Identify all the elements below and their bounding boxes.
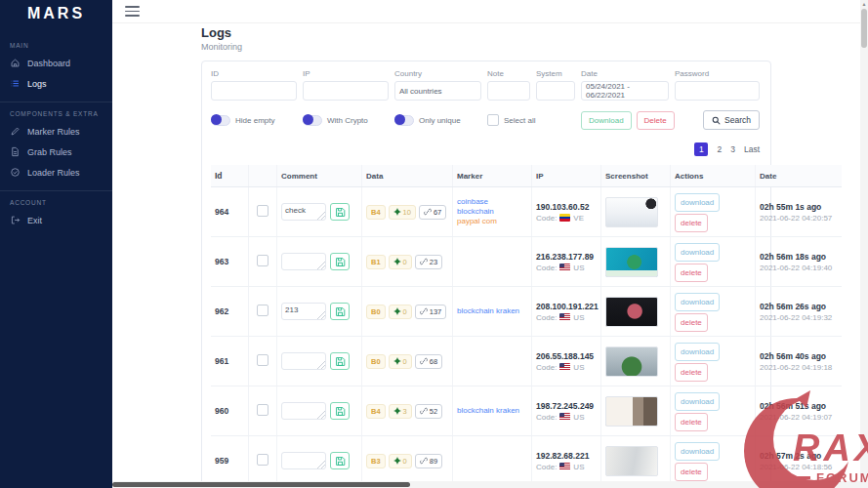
row-checkbox[interactable] bbox=[257, 205, 269, 217]
marker-link[interactable]: coinbase blockchain bbox=[457, 197, 527, 217]
time-ago: 02h 56m 26s ago bbox=[760, 302, 838, 311]
with-crypto-toggle[interactable] bbox=[303, 115, 322, 126]
search-button[interactable]: Search bbox=[703, 110, 760, 130]
horizontal-scrollbar-thumb[interactable] bbox=[112, 482, 410, 487]
ip-field[interactable] bbox=[303, 81, 389, 101]
save-comment-button[interactable] bbox=[330, 352, 350, 370]
hide-empty-label: Hide empty bbox=[235, 116, 274, 125]
time-ago: 02h 55m 1s ago bbox=[760, 202, 838, 212]
save-icon bbox=[335, 306, 346, 317]
save-comment-button[interactable] bbox=[330, 452, 350, 469]
download-all-button[interactable]: Download bbox=[581, 111, 632, 130]
bank-badge: B4 bbox=[366, 205, 386, 220]
save-icon bbox=[335, 207, 346, 218]
download-button[interactable]: download bbox=[675, 343, 720, 361]
page-1-button[interactable]: 1 bbox=[694, 142, 708, 156]
sidebar-item-marker-rules[interactable]: Marker Rules bbox=[0, 121, 112, 142]
download-button[interactable]: download bbox=[675, 243, 720, 262]
delete-button[interactable]: delete bbox=[675, 363, 708, 382]
download-button[interactable]: download bbox=[675, 392, 720, 411]
sidebar: MARS MAIN Dashboard Logs COMPONENTS & EX… bbox=[0, 0, 112, 488]
save-comment-button[interactable] bbox=[330, 203, 350, 221]
download-button[interactable]: download bbox=[675, 193, 720, 212]
comment-input[interactable] bbox=[281, 452, 326, 469]
delete-button[interactable]: delete bbox=[675, 264, 708, 282]
marker-link[interactable]: paypal com bbox=[457, 217, 527, 226]
note-field[interactable] bbox=[487, 81, 530, 101]
screenshot-thumbnail[interactable] bbox=[605, 396, 658, 427]
row-checkbox[interactable] bbox=[257, 305, 269, 316]
delete-button[interactable]: delete bbox=[675, 313, 708, 332]
select-all-checkbox[interactable] bbox=[487, 114, 499, 126]
code-label: Code: bbox=[536, 363, 557, 372]
save-comment-button[interactable] bbox=[330, 253, 350, 270]
download-button[interactable]: download bbox=[675, 293, 720, 311]
date-range-field[interactable]: 05/24/2021 - 06/22/2021 bbox=[581, 81, 669, 101]
save-comment-button[interactable] bbox=[330, 402, 350, 420]
delete-button[interactable]: delete bbox=[675, 463, 708, 481]
country-field-label: Country bbox=[394, 69, 481, 78]
page-3-button[interactable]: 3 bbox=[730, 144, 735, 154]
country-select[interactable]: All countries bbox=[394, 81, 481, 101]
country-code-value: US bbox=[573, 264, 584, 272]
screenshot-thumbnail[interactable] bbox=[605, 197, 658, 227]
screenshot-thumbnail[interactable] bbox=[605, 247, 658, 277]
table-header-row: Id Comment Data Marker IP Screenshot Act… bbox=[211, 165, 842, 187]
with-crypto-label: With Crypto bbox=[327, 116, 368, 125]
country-code-value: VE bbox=[573, 214, 584, 223]
scroll-up-arrow-icon[interactable]: ▲ bbox=[860, 0, 868, 9]
only-unique-toggle[interactable] bbox=[394, 115, 414, 126]
page-title: Logs bbox=[201, 25, 242, 40]
timestamp: 2021-06-22 04:20:57 bbox=[760, 214, 838, 223]
comment-input[interactable] bbox=[281, 352, 326, 370]
crypto-icon bbox=[393, 407, 401, 415]
sidebar-section-main: MAIN bbox=[0, 36, 112, 53]
screenshot-thumbnail[interactable] bbox=[605, 346, 658, 377]
screenshot-thumbnail[interactable] bbox=[605, 446, 658, 476]
sidebar-item-grab-rules[interactable]: Grab Rules bbox=[0, 142, 112, 162]
delete-button[interactable]: delete bbox=[675, 413, 708, 431]
app-logo: MARS bbox=[0, 0, 112, 36]
links-count: 89 bbox=[430, 457, 437, 466]
row-checkbox[interactable] bbox=[257, 255, 269, 266]
links-count: 52 bbox=[430, 407, 437, 416]
sidebar-item-exit[interactable]: Exit bbox=[0, 210, 112, 230]
code-label: Code: bbox=[536, 264, 557, 272]
time-ago: 02h 56m 40s ago bbox=[760, 351, 838, 361]
row-checkbox[interactable] bbox=[257, 404, 269, 416]
sidebar-item-loader-rules[interactable]: Loader Rules bbox=[0, 162, 112, 183]
comment-input[interactable] bbox=[281, 253, 326, 270]
crypto-icon bbox=[393, 208, 401, 216]
save-comment-button[interactable] bbox=[330, 303, 350, 320]
links-badge: 137 bbox=[415, 305, 447, 319]
system-field[interactable] bbox=[536, 81, 575, 101]
comment-input[interactable] bbox=[281, 303, 326, 320]
download-button[interactable]: download bbox=[675, 442, 720, 461]
crypto-badge: 3 bbox=[389, 404, 412, 419]
vertical-scrollbar[interactable]: ▲ bbox=[860, 0, 868, 488]
marker-link[interactable]: blockchain kraken bbox=[457, 306, 527, 316]
comment-input[interactable] bbox=[281, 402, 326, 420]
row-checkbox[interactable] bbox=[257, 354, 269, 366]
delete-all-button[interactable]: Delete bbox=[637, 111, 675, 130]
page-2-button[interactable]: 2 bbox=[717, 144, 722, 154]
id-field[interactable] bbox=[211, 81, 297, 101]
horizontal-scrollbar[interactable] bbox=[112, 481, 860, 488]
vertical-scrollbar-thumb[interactable] bbox=[861, 9, 867, 48]
password-field[interactable] bbox=[675, 81, 760, 101]
time-ago: 02h 56m 51s ago bbox=[760, 401, 838, 411]
filters: ID IP Country All countries Note System … bbox=[211, 69, 762, 101]
screenshot-thumbnail[interactable] bbox=[605, 297, 658, 327]
crypto-count: 10 bbox=[403, 208, 411, 217]
page-last-button[interactable]: Last bbox=[744, 144, 760, 154]
ip-address: 190.103.60.52 bbox=[536, 202, 597, 212]
sidebar-item-logs[interactable]: Logs bbox=[0, 73, 112, 94]
code-label: Code: bbox=[536, 413, 557, 422]
hide-empty-toggle[interactable] bbox=[211, 115, 230, 126]
menu-icon[interactable] bbox=[125, 6, 140, 17]
delete-button[interactable]: delete bbox=[675, 214, 708, 232]
comment-input[interactable] bbox=[281, 203, 326, 221]
marker-link[interactable]: blockchain kraken bbox=[457, 406, 527, 416]
sidebar-item-dashboard[interactable]: Dashboard bbox=[0, 53, 112, 73]
row-checkbox[interactable] bbox=[257, 454, 269, 466]
